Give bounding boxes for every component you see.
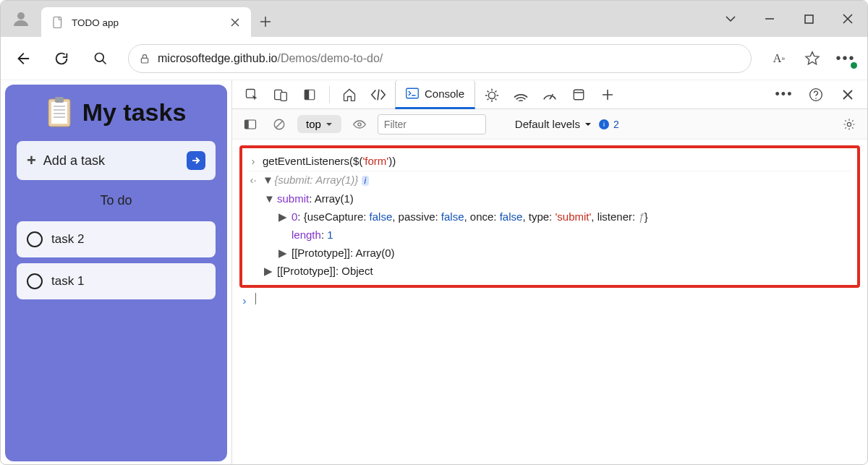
close-tab-icon[interactable] xyxy=(229,17,241,28)
title-bar: TODO app xyxy=(1,1,867,37)
application-tab-icon[interactable] xyxy=(566,82,591,107)
chevron-down-icon xyxy=(584,121,592,128)
svg-rect-4 xyxy=(141,58,148,63)
elements-tab-icon[interactable] xyxy=(366,82,391,107)
filter-input[interactable] xyxy=(378,114,486,135)
issues-counter[interactable]: i 2 xyxy=(599,119,619,130)
back-button[interactable] xyxy=(11,47,34,70)
page-title: My tasks xyxy=(82,98,187,127)
svg-rect-16 xyxy=(574,90,584,100)
svg-rect-20 xyxy=(245,120,249,129)
file-icon xyxy=(51,16,64,29)
welcome-tab-icon[interactable] xyxy=(337,82,362,107)
devtools-more-icon[interactable]: ••• xyxy=(772,82,796,107)
console-output-line[interactable]: ▼ submit: Array(1) xyxy=(248,190,851,208)
browser-tab[interactable]: TODO app xyxy=(41,7,251,38)
content-row: My tasks + Add a task To do task 2 task … xyxy=(1,80,867,465)
svg-point-14 xyxy=(489,92,495,98)
clear-console-icon[interactable] xyxy=(268,114,290,135)
console-input-line: › getEventListeners($('form')) xyxy=(248,153,851,171)
panel-toggle-icon[interactable] xyxy=(297,82,322,107)
todo-app-panel: My tasks + Add a task To do task 2 task … xyxy=(5,85,227,461)
svg-point-0 xyxy=(17,12,25,20)
console-toolbar: top Default levels i 2 xyxy=(232,109,867,140)
task-name: task 2 xyxy=(51,232,84,247)
url-text: microsoftedge.github.io/Demos/demo-to-do… xyxy=(158,52,383,65)
issue-dot-icon: i xyxy=(599,119,609,129)
console-output-line[interactable]: ▶ 0: {useCapture: false, passive: false,… xyxy=(248,208,851,226)
console-settings-icon[interactable] xyxy=(838,114,860,135)
task-name: task 1 xyxy=(51,274,84,289)
expand-icon[interactable]: ▼ xyxy=(264,191,273,207)
add-task-input[interactable]: + Add a task xyxy=(17,141,216,180)
expand-icon[interactable]: ▶ xyxy=(264,263,273,279)
console-body: › getEventListeners($('form')) ‹· ▼ {sub… xyxy=(232,140,867,465)
devtools-panel: Console ••• top Default l xyxy=(231,80,867,465)
console-output-line[interactable]: ‹· ▼ {submit: Array(1)} i xyxy=(248,171,851,190)
device-toggle-icon[interactable] xyxy=(268,82,293,107)
url-box[interactable]: microsoftedge.github.io/Demos/demo-to-do… xyxy=(128,44,752,73)
task-item[interactable]: task 2 xyxy=(17,221,216,257)
svg-rect-12 xyxy=(305,90,309,100)
svg-rect-6 xyxy=(51,102,67,124)
svg-point-3 xyxy=(95,53,104,61)
log-levels-selector[interactable]: Default levels xyxy=(515,118,592,130)
console-output-line[interactable]: length: 1 xyxy=(248,226,851,244)
chevron-down-icon xyxy=(326,121,333,128)
task-item[interactable]: task 1 xyxy=(17,263,216,299)
task-checkbox[interactable] xyxy=(27,273,43,289)
console-output-line[interactable]: ▶ [[Prototype]]: Object xyxy=(248,263,851,281)
refresh-button[interactable] xyxy=(50,47,73,70)
help-icon[interactable] xyxy=(804,82,828,107)
window-maximize-button[interactable] xyxy=(789,1,828,37)
window-controls xyxy=(711,1,867,37)
svg-rect-13 xyxy=(407,88,419,98)
svg-point-23 xyxy=(847,122,851,126)
output-caret-icon: ‹· xyxy=(248,172,258,188)
submit-task-button[interactable] xyxy=(187,151,205,170)
add-task-label: Add a task xyxy=(43,153,105,168)
plus-icon: + xyxy=(27,151,36,170)
expand-icon[interactable]: ▶ xyxy=(278,209,287,225)
console-output-line[interactable]: ▶ [[Prototype]]: Array(0) xyxy=(248,244,851,263)
read-aloud-icon[interactable]: A» xyxy=(767,47,791,70)
more-tabs-icon[interactable] xyxy=(595,82,620,107)
svg-rect-1 xyxy=(54,17,61,28)
svg-point-22 xyxy=(358,122,361,125)
tab-title: TODO app xyxy=(72,17,222,28)
info-badge-icon[interactable]: i xyxy=(362,176,370,186)
svg-rect-2 xyxy=(805,15,813,23)
input-caret-icon: › xyxy=(248,153,258,169)
devtools-close-icon[interactable] xyxy=(835,82,860,107)
sources-tab-icon[interactable] xyxy=(480,82,504,107)
inspect-element-icon[interactable] xyxy=(239,82,264,107)
window-close-button[interactable] xyxy=(828,1,867,37)
live-expression-icon[interactable] xyxy=(349,114,370,135)
address-bar: microsoftedge.github.io/Demos/demo-to-do… xyxy=(1,37,867,80)
todo-section-label: To do xyxy=(17,193,216,208)
highlighted-output: › getEventListeners($('form')) ‹· ▼ {sub… xyxy=(239,145,860,288)
expand-icon[interactable]: ▶ xyxy=(278,245,287,261)
window-minimize-button[interactable] xyxy=(750,1,789,37)
todo-header: My tasks xyxy=(17,96,216,128)
console-icon xyxy=(406,88,419,99)
profile-button[interactable] xyxy=(1,1,41,37)
context-selector[interactable]: top xyxy=(297,115,341,133)
lock-icon xyxy=(139,53,150,64)
task-checkbox[interactable] xyxy=(27,231,43,247)
network-tab-icon[interactable] xyxy=(509,82,533,107)
favorite-icon[interactable] xyxy=(801,47,824,70)
window-caret-icon[interactable] xyxy=(711,1,750,37)
new-tab-button[interactable] xyxy=(251,7,280,37)
prompt-caret-icon: › xyxy=(239,293,250,309)
clipboard-icon xyxy=(46,96,72,128)
tab-console[interactable]: Console xyxy=(395,80,475,109)
console-prompt[interactable]: › xyxy=(239,292,860,310)
console-tab-label: Console xyxy=(425,88,464,100)
svg-rect-10 xyxy=(281,92,286,101)
console-sidebar-toggle[interactable] xyxy=(239,114,261,135)
search-icon[interactable] xyxy=(89,47,112,70)
performance-tab-icon[interactable] xyxy=(537,82,562,107)
expand-icon[interactable]: ▼ xyxy=(263,172,271,188)
more-icon[interactable]: ••• xyxy=(834,47,857,70)
